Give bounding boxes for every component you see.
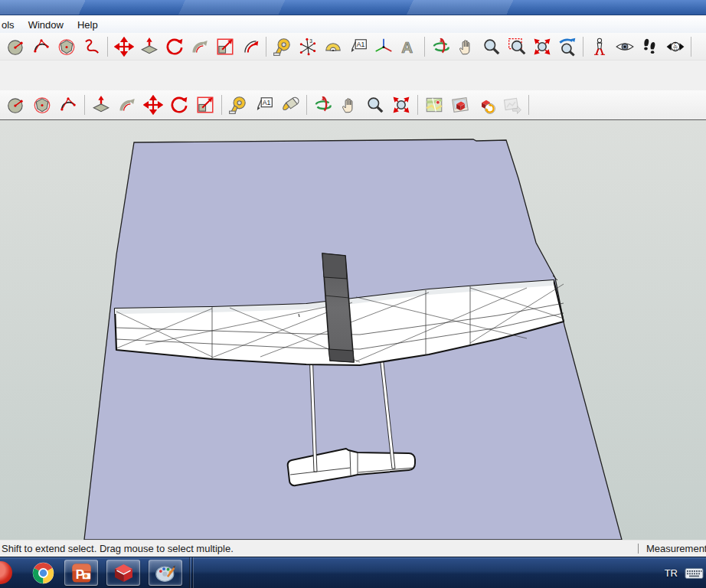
3d-text-button[interactable]: A xyxy=(396,34,421,59)
share-component-button xyxy=(499,93,525,118)
paint-bucket-button[interactable] xyxy=(277,93,303,118)
dimension-button[interactable]: 3 xyxy=(295,34,320,59)
text-icon: A1 xyxy=(254,95,274,115)
look-around-icon xyxy=(615,37,635,57)
get-models-icon xyxy=(450,95,470,115)
zoom-extents-button[interactable] xyxy=(529,34,554,59)
measurements-box: Measurement xyxy=(638,541,706,557)
freehand-button[interactable] xyxy=(79,34,104,59)
move-icon xyxy=(114,37,134,57)
push-pull-button[interactable] xyxy=(88,93,114,118)
svg-text:C: C xyxy=(674,42,677,46)
get-models-button[interactable] xyxy=(447,93,473,118)
push-pull-button[interactable] xyxy=(136,34,162,59)
svg-text:A: A xyxy=(401,38,413,55)
polygon-icon xyxy=(57,37,77,57)
protractor-icon xyxy=(323,37,343,57)
orbit-button[interactable] xyxy=(428,34,453,59)
status-hint: Shift to extend select. Drag mouse to se… xyxy=(0,543,234,554)
orbit-icon xyxy=(313,95,333,115)
look-around-button[interactable] xyxy=(612,34,637,59)
orbit-icon xyxy=(431,37,451,57)
circle-button[interactable] xyxy=(3,93,29,118)
scale-button[interactable] xyxy=(192,93,218,118)
walk-icon xyxy=(640,37,660,57)
window-titlebar[interactable] xyxy=(0,0,706,15)
tape-measure-icon xyxy=(228,95,248,115)
polygon-button[interactable] xyxy=(54,34,79,59)
add-location-icon xyxy=(424,95,444,115)
offset-icon xyxy=(240,37,260,57)
tape-measure-button[interactable] xyxy=(270,34,295,59)
taskbar: P TR xyxy=(0,557,706,588)
arc-button[interactable] xyxy=(28,34,54,59)
paint-taskbar-button[interactable] xyxy=(149,560,182,586)
toolbar-separator xyxy=(691,37,691,57)
polygon-button[interactable] xyxy=(29,93,55,118)
zoom-window-button[interactable] xyxy=(504,34,529,59)
follow-me-button[interactable] xyxy=(187,34,212,59)
pan-icon xyxy=(339,95,359,115)
polygon-icon xyxy=(32,95,52,115)
zoom-previous-button[interactable] xyxy=(554,34,580,59)
chrome-taskbar-button[interactable] xyxy=(30,560,56,586)
menu-bar: olsWindowHelp xyxy=(0,15,706,33)
zoom-extents-button[interactable] xyxy=(388,93,414,118)
move-button[interactable] xyxy=(140,93,166,118)
status-separator xyxy=(638,544,639,554)
taskbar-divider xyxy=(192,557,194,588)
add-location-button[interactable] xyxy=(421,93,447,118)
svg-text:A1: A1 xyxy=(263,99,271,106)
share-model-icon xyxy=(476,95,496,115)
menu-item-ols[interactable]: ols xyxy=(0,16,21,33)
section-plane-button[interactable]: C4:6 xyxy=(662,34,688,59)
rotate-button[interactable] xyxy=(162,34,187,59)
follow-me-icon xyxy=(190,37,210,57)
axes-button[interactable] xyxy=(371,34,396,59)
powerpoint-taskbar-button[interactable]: P xyxy=(64,560,98,586)
model-viewport[interactable] xyxy=(0,119,706,540)
keyboard-icon[interactable] xyxy=(685,567,704,580)
rotate-icon xyxy=(165,37,185,57)
menu-item-window[interactable]: Window xyxy=(21,16,70,33)
text-button[interactable]: A1 xyxy=(251,93,277,118)
pan-button[interactable] xyxy=(453,34,479,59)
tape-measure-button[interactable] xyxy=(225,93,251,118)
text-button[interactable]: A1 xyxy=(345,34,371,59)
toolbar-separator xyxy=(84,95,85,115)
arc-icon xyxy=(31,37,51,57)
language-indicator[interactable]: TR xyxy=(665,567,678,579)
move-icon xyxy=(143,95,163,115)
powerpoint-icon: P xyxy=(70,562,93,584)
chrome-icon xyxy=(31,561,55,585)
circle-button[interactable] xyxy=(3,34,28,59)
zoom-button[interactable] xyxy=(362,93,388,118)
axes-icon xyxy=(374,37,394,57)
offset-button[interactable] xyxy=(237,34,263,59)
protractor-button[interactable] xyxy=(320,34,345,59)
share-component-icon xyxy=(502,95,522,115)
orbit-button[interactable] xyxy=(310,93,336,118)
follow-me-icon xyxy=(117,95,137,115)
follow-me-button[interactable] xyxy=(114,93,140,118)
partial-app-icon[interactable] xyxy=(0,561,12,584)
move-button[interactable] xyxy=(111,34,136,59)
taskbar-divider xyxy=(189,557,191,588)
zoom-button[interactable] xyxy=(479,34,504,59)
sketchup-taskbar-button[interactable] xyxy=(106,560,140,586)
text-icon: A1 xyxy=(348,37,368,57)
share-model-button[interactable] xyxy=(473,93,499,118)
pan-button[interactable] xyxy=(336,93,362,118)
toolbar-dock-area xyxy=(0,60,706,90)
position-camera-button[interactable] xyxy=(587,34,612,59)
walk-button[interactable] xyxy=(637,34,662,59)
arc-button[interactable] xyxy=(55,93,81,118)
svg-text:3: 3 xyxy=(309,38,312,43)
rotate-button[interactable] xyxy=(166,93,192,118)
menu-item-help[interactable]: Help xyxy=(70,16,105,33)
dimension-icon: 3 xyxy=(298,37,318,57)
toolbar-separator xyxy=(583,37,583,57)
position-camera-icon xyxy=(590,37,610,57)
scale-button[interactable] xyxy=(212,34,237,59)
scale-icon xyxy=(215,37,235,57)
